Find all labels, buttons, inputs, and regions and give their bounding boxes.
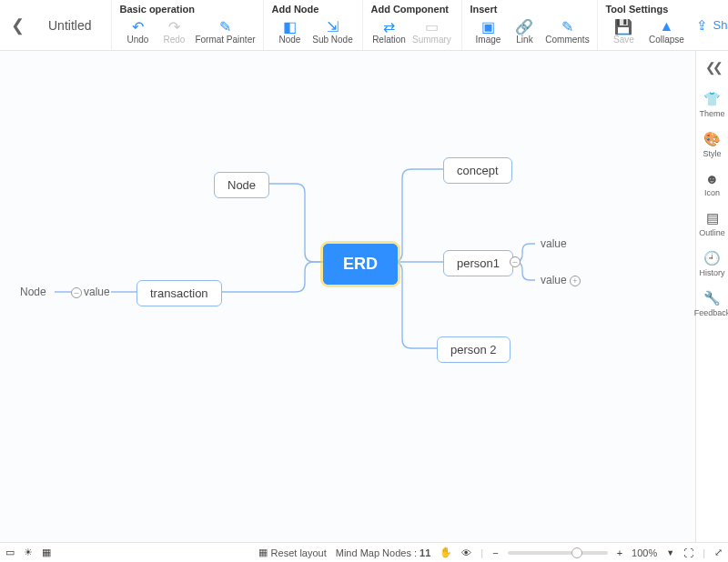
nodes-count-label: Mind Map Nodes : 11 xyxy=(336,547,431,558)
zoom-out-button[interactable]: − xyxy=(492,547,498,558)
subnode-icon: ⇲ xyxy=(327,18,339,35)
sidebar-collapse-button[interactable]: ❮❮ xyxy=(702,56,723,78)
share-button[interactable]: ⇪Share xyxy=(696,17,728,34)
leaf-value-2[interactable]: value xyxy=(541,274,567,286)
node-concept[interactable]: concept xyxy=(443,157,512,184)
group-add-node: Add Node ◧Node ⇲Sub Node xyxy=(263,0,362,50)
leaf-value-1[interactable]: value xyxy=(541,237,567,250)
summary-icon: ▭ xyxy=(425,18,439,35)
fit-screen-icon[interactable]: ⛶ xyxy=(683,547,693,558)
redo-button[interactable]: ↷Redo xyxy=(156,16,192,45)
summary-button[interactable]: ▭Summary xyxy=(407,16,456,45)
zoom-dropdown-icon[interactable]: ▼ xyxy=(666,548,674,557)
relation-icon: ⇄ xyxy=(383,18,395,35)
collapse-toggle-icon[interactable]: – xyxy=(71,287,82,298)
status-bar: ▭ ☀ ▦ ▦Reset layout Mind Map Nodes : 11 … xyxy=(0,542,728,562)
leaf-node[interactable]: Node xyxy=(20,286,46,298)
insert-image-button[interactable]: ▣Image xyxy=(470,16,506,45)
group-title: Insert xyxy=(470,4,592,16)
undo-icon: ↶ xyxy=(132,18,144,35)
reset-icon: ▦ xyxy=(258,547,268,558)
save-icon: 💾 xyxy=(614,18,632,35)
group-insert: Insert ▣Image 🔗Link ✎Comments xyxy=(461,0,597,50)
group-tool-settings: Tool Settings 💾Save ▲Collapse xyxy=(597,0,696,50)
top-toolbar: ❮ Untitled Basic operation ↶Undo ↷Redo ✎… xyxy=(0,0,728,51)
node-person2[interactable]: person 2 xyxy=(437,336,511,363)
redo-icon: ↷ xyxy=(168,18,180,35)
add-subnode-button[interactable]: ⇲Sub Node xyxy=(308,16,357,45)
group-basic-operation: Basic operation ↶Undo ↷Redo ✎Format Pain… xyxy=(111,0,263,50)
link-icon: 🔗 xyxy=(515,18,533,35)
grid-icon[interactable]: ▦ xyxy=(42,547,51,558)
add-child-icon[interactable]: + xyxy=(570,276,581,286)
pan-hand-icon[interactable]: ✋ xyxy=(440,547,452,558)
group-title: Add Component xyxy=(370,4,456,16)
group-title: Add Node xyxy=(271,4,357,16)
zoom-in-button[interactable]: + xyxy=(617,547,622,558)
theme-icon: 👕 xyxy=(703,91,721,107)
collapse-toggle-icon[interactable]: – xyxy=(510,256,521,267)
right-sidebar: ❮❮ 👕Theme 🎨Style ☻Icon ▤Outline 🕘History… xyxy=(695,51,728,542)
document-title[interactable]: Untitled xyxy=(37,0,111,50)
node-node[interactable]: Node xyxy=(214,172,269,198)
sidebar-theme[interactable]: 👕Theme xyxy=(696,91,728,118)
sidebar-icon[interactable]: ☻Icon xyxy=(696,171,728,197)
canvas[interactable]: ERD Node transaction value – Node concep… xyxy=(0,51,695,542)
back-button[interactable]: ❮ xyxy=(5,12,30,39)
node-icon: ◧ xyxy=(283,18,297,35)
zoom-percent[interactable]: 100% xyxy=(632,547,657,558)
icon-icon: ☻ xyxy=(705,171,720,186)
node-root-erd[interactable]: ERD xyxy=(323,244,398,285)
add-node-button[interactable]: ◧Node xyxy=(271,16,308,45)
insert-link-button[interactable]: 🔗Link xyxy=(506,16,542,45)
relation-button[interactable]: ⇄Relation xyxy=(370,16,407,45)
reset-layout-button[interactable]: ▦Reset layout xyxy=(258,547,327,558)
share-icon: ⇪ xyxy=(696,17,708,34)
image-icon: ▣ xyxy=(481,18,495,35)
comments-icon: ✎ xyxy=(561,18,573,35)
fullscreen-icon[interactable]: ⤢ xyxy=(714,547,723,558)
presentation-mode-icon[interactable]: ▭ xyxy=(5,547,15,558)
brightness-icon[interactable]: ☀ xyxy=(24,547,33,558)
group-title: Basic operation xyxy=(119,4,258,16)
zoom-slider-knob[interactable] xyxy=(571,547,582,558)
collapse-button[interactable]: ▲Collapse xyxy=(642,16,691,45)
style-icon: 🎨 xyxy=(703,131,721,147)
format-painter-button[interactable]: ✎Format Painter xyxy=(192,16,258,45)
format-painter-icon: ✎ xyxy=(219,18,231,35)
group-add-component: Add Component ⇄Relation ▭Summary xyxy=(362,0,461,50)
sidebar-feedback[interactable]: 🔧Feedback xyxy=(696,290,728,317)
node-person1[interactable]: person1 xyxy=(443,250,513,276)
group-title: Tool Settings xyxy=(605,4,691,16)
sidebar-style[interactable]: 🎨Style xyxy=(696,131,728,158)
visibility-icon[interactable]: 👁 xyxy=(461,547,471,558)
insert-comments-button[interactable]: ✎Comments xyxy=(542,16,592,45)
zoom-slider[interactable] xyxy=(508,551,608,555)
feedback-icon: 🔧 xyxy=(703,290,721,306)
sidebar-history[interactable]: 🕘History xyxy=(696,250,728,277)
sidebar-outline[interactable]: ▤Outline xyxy=(696,210,728,237)
collapse-icon: ▲ xyxy=(660,18,674,35)
leaf-value[interactable]: value xyxy=(84,286,110,298)
node-transaction[interactable]: transaction xyxy=(136,280,222,306)
save-button[interactable]: 💾Save xyxy=(605,16,642,45)
outline-icon: ▤ xyxy=(706,210,719,226)
history-icon: 🕘 xyxy=(703,250,721,266)
undo-button[interactable]: ↶Undo xyxy=(119,16,156,45)
